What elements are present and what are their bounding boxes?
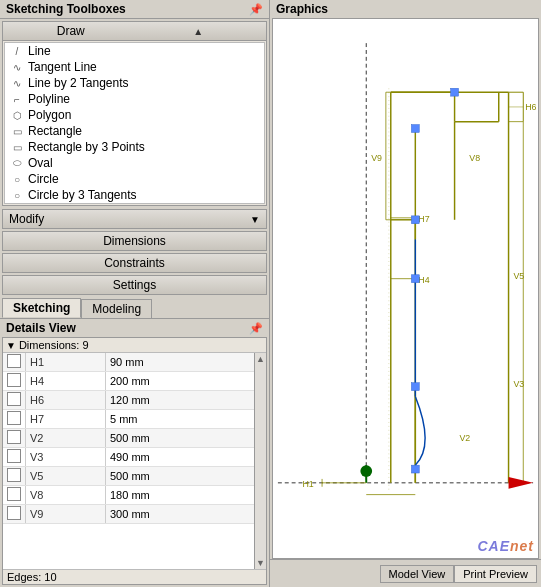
row-checkbox-h1[interactable] bbox=[7, 354, 21, 368]
draw-item-line[interactable]: / Line bbox=[5, 43, 264, 59]
toolbox-pin-icon[interactable]: 📌 bbox=[249, 3, 263, 16]
draw-item-oval[interactable]: ⬭ Oval bbox=[5, 155, 264, 171]
dim-name-v3: V3 bbox=[26, 448, 106, 467]
dim-name-h6: H6 bbox=[26, 391, 106, 410]
scrollbar-track[interactable] bbox=[256, 365, 266, 557]
svg-rect-39 bbox=[411, 275, 419, 283]
rectangle-by-3-points-icon: ▭ bbox=[9, 140, 25, 154]
svg-rect-42 bbox=[451, 88, 459, 96]
collapse-btn[interactable]: ▼ bbox=[6, 340, 16, 351]
svg-rect-40 bbox=[411, 383, 419, 391]
dim-value-v8: 180 mm bbox=[106, 486, 255, 505]
draw-header-label: Draw bbox=[7, 24, 135, 38]
draw-item-tangent-line[interactable]: ∿ Tangent Line bbox=[5, 59, 264, 75]
details-content: ▼ Dimensions: 9 H1 90 mm bbox=[2, 337, 267, 585]
circle-icon: ○ bbox=[9, 172, 25, 186]
tab-row: Sketching Modeling bbox=[0, 296, 269, 318]
table-row: H4 200 mm bbox=[3, 372, 254, 391]
draw-item-oval-label: Oval bbox=[28, 156, 53, 170]
row-checkbox-v8[interactable] bbox=[7, 487, 21, 501]
table-row: V5 500 mm bbox=[3, 467, 254, 486]
modify-section-btn[interactable]: Modify ▼ bbox=[2, 209, 267, 229]
graphics-canvas[interactable]: H6 V9 V8 H7 bbox=[272, 18, 539, 559]
line-by-2-tangents-icon: ∿ bbox=[9, 76, 25, 90]
draw-item-rectangle-by-3-points[interactable]: ▭ Rectangle by 3 Points bbox=[5, 139, 264, 155]
details-view-title: Details View 📌 bbox=[0, 318, 269, 337]
graphics-title: Graphics bbox=[270, 0, 541, 18]
svg-text:H1: H1 bbox=[302, 479, 313, 489]
row-checkbox-h4[interactable] bbox=[7, 373, 21, 387]
print-preview-label: Print Preview bbox=[463, 568, 528, 580]
draw-item-line-by-2-tangents[interactable]: ∿ Line by 2 Tangents bbox=[5, 75, 264, 91]
table-row: V3 490 mm bbox=[3, 448, 254, 467]
draw-section: Draw ▲ / Line ∿ Tangent Line ∿ Line by 2… bbox=[2, 21, 267, 206]
svg-rect-41 bbox=[411, 465, 419, 473]
tab-sketching-label: Sketching bbox=[13, 301, 70, 315]
dimensions-table: H1 90 mm H4 200 mm H6 bbox=[3, 353, 254, 524]
polyline-icon: ⌐ bbox=[9, 92, 25, 106]
oval-icon: ⬭ bbox=[9, 156, 25, 170]
draw-item-polyline-label: Polyline bbox=[28, 92, 70, 106]
toolbox-panel-title: Sketching Toolboxes 📌 bbox=[0, 0, 269, 19]
dim-value-h4: 200 mm bbox=[106, 372, 255, 391]
tab-modeling-label: Modeling bbox=[92, 302, 141, 316]
dimensions-section-btn[interactable]: Dimensions bbox=[2, 231, 267, 251]
settings-label: Settings bbox=[113, 278, 156, 292]
draw-item-rectangle[interactable]: ▭ Rectangle bbox=[5, 123, 264, 139]
svg-rect-38 bbox=[411, 216, 419, 224]
model-view-tab[interactable]: Model View bbox=[380, 565, 455, 583]
dim-value-v3: 490 mm bbox=[106, 448, 255, 467]
row-checkbox-v2[interactable] bbox=[7, 430, 21, 444]
details-title-label: Details View bbox=[6, 321, 76, 335]
dim-value-h6: 120 mm bbox=[106, 391, 255, 410]
draw-item-rectangle-by-3-points-label: Rectangle by 3 Points bbox=[28, 140, 145, 154]
watermark: CAEnet bbox=[477, 538, 534, 554]
dim-name-v2: V2 bbox=[26, 429, 106, 448]
right-panel: Graphics bbox=[270, 0, 541, 587]
details-footer: Edges: 10 bbox=[3, 569, 266, 584]
table-scrollbar[interactable]: ▲ ▼ bbox=[254, 353, 266, 569]
draw-item-polygon[interactable]: ⬡ Polygon bbox=[5, 107, 264, 123]
svg-text:H6: H6 bbox=[525, 102, 536, 112]
details-pin-icon[interactable]: 📌 bbox=[249, 322, 263, 335]
row-checkbox-h7[interactable] bbox=[7, 411, 21, 425]
dim-value-v5: 500 mm bbox=[106, 467, 255, 486]
modify-arrow-icon: ▼ bbox=[250, 214, 260, 225]
details-table-wrapper: H1 90 mm H4 200 mm H6 bbox=[3, 353, 266, 569]
cad-drawing-svg: H6 V9 V8 H7 bbox=[273, 19, 538, 558]
row-checkbox-v5[interactable] bbox=[7, 468, 21, 482]
tab-sketching[interactable]: Sketching bbox=[2, 298, 81, 318]
table-scroll-area: H1 90 mm H4 200 mm H6 bbox=[3, 353, 254, 569]
rectangle-icon: ▭ bbox=[9, 124, 25, 138]
dim-name-h1: H1 bbox=[26, 353, 106, 372]
details-group-header: ▼ Dimensions: 9 bbox=[3, 338, 266, 353]
settings-section-btn[interactable]: Settings bbox=[2, 275, 267, 295]
tab-modeling[interactable]: Modeling bbox=[81, 299, 152, 318]
constraints-section-btn[interactable]: Constraints bbox=[2, 253, 267, 273]
dim-value-h1: 90 mm bbox=[106, 353, 255, 372]
draw-item-polyline[interactable]: ⌐ Polyline bbox=[5, 91, 264, 107]
dim-name-h7: H7 bbox=[26, 410, 106, 429]
print-preview-tab[interactable]: Print Preview bbox=[454, 565, 537, 583]
bottom-bar: Model View Print Preview bbox=[270, 559, 541, 587]
table-row: H7 5 mm bbox=[3, 410, 254, 429]
row-checkbox-v9[interactable] bbox=[7, 506, 21, 520]
row-checkbox-h6[interactable] bbox=[7, 392, 21, 406]
scroll-up-icon[interactable]: ▲ bbox=[135, 26, 263, 37]
circle-by-3-tangents-icon: ○ bbox=[9, 188, 25, 202]
table-row: H1 90 mm bbox=[3, 353, 254, 372]
draw-item-circle-by-3-tangents[interactable]: ○ Circle by 3 Tangents bbox=[5, 187, 264, 203]
svg-text:H4: H4 bbox=[418, 275, 429, 285]
model-view-label: Model View bbox=[389, 568, 446, 580]
row-checkbox-v3[interactable] bbox=[7, 449, 21, 463]
draw-item-line-label: Line bbox=[28, 44, 51, 58]
svg-rect-37 bbox=[411, 125, 419, 133]
modify-label: Modify bbox=[9, 212, 44, 226]
draw-item-circle[interactable]: ○ Circle bbox=[5, 171, 264, 187]
dim-name-v9: V9 bbox=[26, 505, 106, 524]
polygon-icon: ⬡ bbox=[9, 108, 25, 122]
svg-text:H7: H7 bbox=[418, 214, 429, 224]
constraints-label: Constraints bbox=[104, 256, 165, 270]
dim-value-v9: 300 mm bbox=[106, 505, 255, 524]
edges-label: Edges: 10 bbox=[7, 571, 57, 583]
